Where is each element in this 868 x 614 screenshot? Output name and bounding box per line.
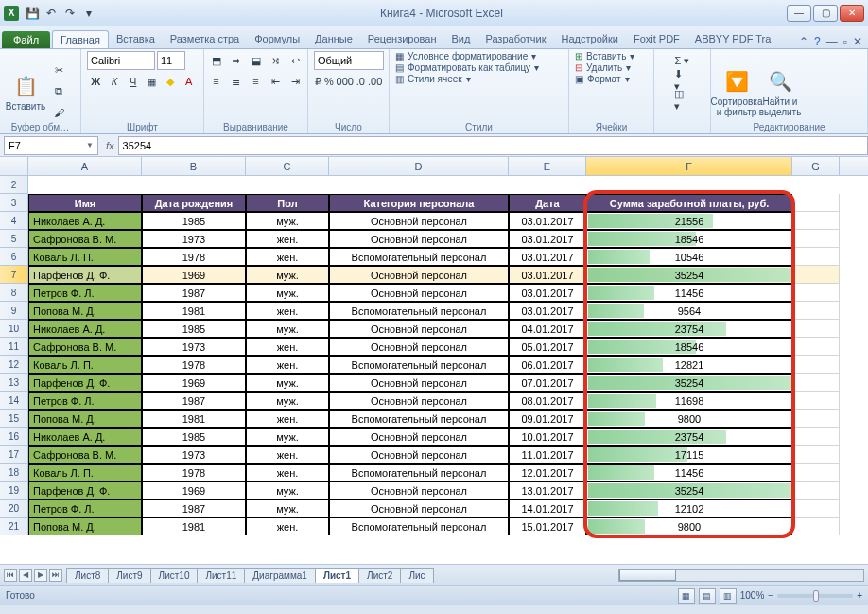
cell-sex[interactable]: жен. (246, 446, 329, 464)
cell-salary[interactable]: 12102 (586, 500, 792, 518)
cell-birth[interactable]: 1978 (142, 356, 246, 374)
worksheet-grid[interactable]: ABCDEFG 23ИмяДата рожденияПолКатегория п… (0, 157, 868, 564)
currency-button[interactable]: ₽ (314, 72, 322, 91)
cell-name[interactable]: Коваль Л. П. (28, 248, 142, 266)
cell-name[interactable]: Сафронова В. М. (28, 338, 142, 356)
cell[interactable] (509, 176, 586, 194)
column-header[interactable]: F (586, 157, 792, 175)
cell-sex[interactable]: муж. (246, 212, 329, 230)
cell-category[interactable]: Основной персонал (329, 500, 509, 518)
row-header[interactable]: 14 (0, 392, 28, 410)
view-normal-button[interactable]: ▦ (678, 588, 695, 604)
cell-date[interactable]: 07.01.2017 (509, 374, 586, 392)
column-header[interactable]: G (792, 157, 840, 175)
font-name-select[interactable]: Calibri (87, 51, 155, 70)
cell-sex[interactable]: жен. (246, 338, 329, 356)
cell-birth[interactable]: 1987 (142, 284, 246, 302)
table-header-cell[interactable]: Категория персонала (329, 194, 509, 212)
help-icon[interactable]: ? (814, 35, 821, 48)
cell-name[interactable]: Николаев А. Д. (28, 320, 142, 338)
border-button[interactable]: ▦ (143, 72, 161, 91)
ribbon-tab[interactable]: Формулы (247, 30, 307, 48)
cell-date[interactable]: 06.01.2017 (509, 356, 586, 374)
file-tab[interactable]: Файл (2, 31, 50, 48)
cell-salary[interactable]: 9800 (586, 518, 792, 535)
cut-icon[interactable]: ✂ (49, 61, 68, 80)
ribbon-tab[interactable]: Foxit PDF (626, 30, 687, 48)
cell-date[interactable]: 14.01.2017 (509, 500, 586, 518)
cell[interactable] (792, 266, 840, 284)
cell[interactable] (329, 176, 509, 194)
sheet-tab[interactable]: Лист8 (66, 568, 109, 583)
cell[interactable] (792, 482, 840, 500)
row-header[interactable]: 15 (0, 410, 28, 428)
cell-date[interactable]: 15.01.2017 (509, 518, 586, 535)
cell-birth[interactable]: 1978 (142, 464, 246, 482)
row-header[interactable]: 7 (0, 266, 28, 284)
cell-category[interactable]: Основной персонал (329, 320, 509, 338)
cell-date[interactable]: 03.01.2017 (509, 248, 586, 266)
cell-birth[interactable]: 1978 (142, 248, 246, 266)
number-format-select[interactable]: Общий (314, 51, 384, 70)
italic-button[interactable]: К (106, 72, 124, 91)
align-middle-button[interactable]: ⬌ (227, 51, 246, 70)
align-left-button[interactable]: ≡ (207, 72, 226, 91)
sort-filter-button[interactable]: 🔽 Сортировка и фильтр (717, 61, 756, 123)
cell-birth[interactable]: 1969 (142, 482, 246, 500)
ribbon-tab[interactable]: Рецензирован (360, 30, 444, 48)
cell-date[interactable]: 03.01.2017 (509, 266, 586, 284)
column-header[interactable]: A (28, 157, 142, 175)
table-header-cell[interactable]: Дата (509, 194, 586, 212)
cell-category[interactable]: Основной персонал (329, 482, 509, 500)
cell-name[interactable]: Попова М. Д. (28, 518, 142, 535)
table-header-cell[interactable]: Пол (246, 194, 329, 212)
dec-decimal-button[interactable]: .00 (367, 72, 383, 91)
cell-birth[interactable]: 1987 (142, 392, 246, 410)
row-header[interactable]: 8 (0, 284, 28, 302)
mdi-close-icon[interactable]: ✕ (853, 35, 862, 48)
cell[interactable] (792, 302, 840, 320)
ribbon-tab[interactable]: Разметка стра (163, 30, 247, 48)
undo-icon[interactable]: ↶ (43, 6, 59, 21)
ribbon-tab[interactable]: Данные (307, 30, 360, 48)
cell-name[interactable]: Сафронова В. М. (28, 446, 142, 464)
cell-birth[interactable]: 1985 (142, 320, 246, 338)
row-header[interactable]: 9 (0, 302, 28, 320)
row-header[interactable]: 11 (0, 338, 28, 356)
paste-button[interactable]: 📋 Вставить (6, 61, 45, 123)
cell-sex[interactable]: жен. (246, 356, 329, 374)
maximize-button[interactable]: ▢ (813, 5, 838, 22)
table-header-cell[interactable]: Имя (28, 194, 142, 212)
cell[interactable] (246, 176, 329, 194)
fx-icon[interactable]: fx (106, 140, 114, 151)
cell-name[interactable]: Коваль Л. П. (28, 464, 142, 482)
row-header[interactable]: 2 (0, 176, 28, 194)
ribbon-tab[interactable]: Разработчик (477, 30, 553, 48)
cell[interactable] (586, 176, 792, 194)
sheet-tab[interactable]: Лист1 (315, 568, 359, 583)
cell[interactable] (792, 428, 840, 446)
cell[interactable] (142, 176, 246, 194)
cell-name[interactable]: Попова М. Д. (28, 410, 142, 428)
cell-name[interactable]: Петров Ф. Л. (28, 392, 142, 410)
format-cells-button[interactable]: ▣Формат ▾ (575, 74, 630, 84)
cell[interactable] (792, 212, 840, 230)
cell-date[interactable]: 03.01.2017 (509, 212, 586, 230)
cell[interactable] (28, 176, 142, 194)
zoom-slider[interactable] (777, 594, 853, 598)
cell-name[interactable]: Парфенов Д. Ф. (28, 482, 142, 500)
cell-category[interactable]: Вспомогательный персонал (329, 302, 509, 320)
name-box[interactable]: F7 ▼ (4, 136, 98, 155)
cell-date[interactable]: 04.01.2017 (509, 320, 586, 338)
cell-date[interactable]: 03.01.2017 (509, 302, 586, 320)
cell-date[interactable]: 12.01.2017 (509, 464, 586, 482)
inc-decimal-button[interactable]: .0 (356, 72, 366, 91)
copy-icon[interactable]: ⧉ (49, 82, 68, 101)
row-header[interactable]: 12 (0, 356, 28, 374)
cell-salary[interactable]: 35254 (586, 374, 792, 392)
row-header[interactable]: 19 (0, 482, 28, 500)
wrap-text-button[interactable]: ↩ (286, 51, 305, 70)
cell-category[interactable]: Вспомогательный персонал (329, 356, 509, 374)
cell-date[interactable]: 05.01.2017 (509, 338, 586, 356)
bold-button[interactable]: Ж (87, 72, 105, 91)
